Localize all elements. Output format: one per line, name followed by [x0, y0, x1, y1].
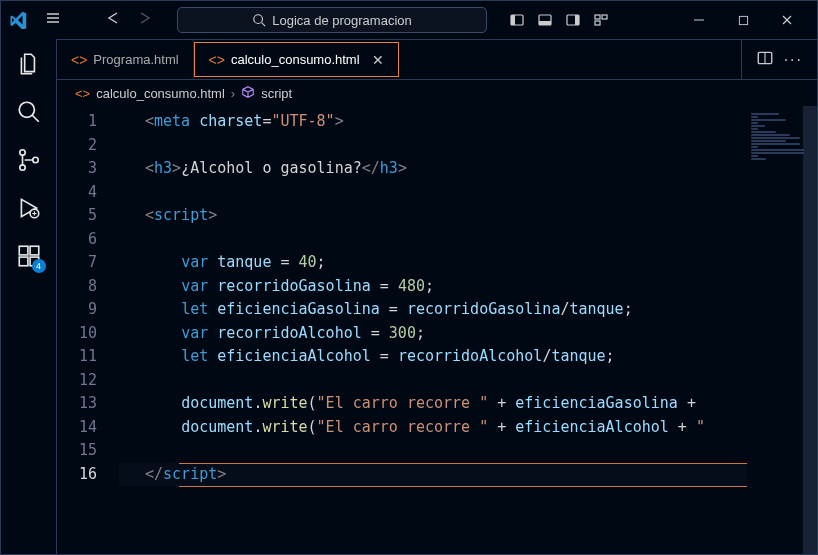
extensions-badge: 4: [32, 259, 46, 273]
svg-point-0: [254, 15, 263, 24]
nav-forward-icon[interactable]: [131, 8, 159, 33]
svg-rect-6: [575, 15, 579, 25]
code-line[interactable]: [119, 228, 817, 252]
line-number: 4: [57, 181, 97, 205]
breadcrumb[interactable]: <> calculo_consumo.html › script: [57, 80, 817, 106]
toggle-panel-right-icon[interactable]: [561, 8, 585, 32]
breadcrumb-file: calculo_consumo.html: [96, 86, 225, 101]
line-number: 7: [57, 251, 97, 275]
line-number: 1: [57, 110, 97, 134]
toggle-panel-left-icon[interactable]: [505, 8, 529, 32]
line-number: 3: [57, 157, 97, 181]
code-line[interactable]: </script>: [119, 463, 817, 487]
line-number: 9: [57, 298, 97, 322]
breadcrumb-symbol: script: [261, 86, 292, 101]
line-number: 6: [57, 228, 97, 252]
code-line[interactable]: let eficienciaGasolina = recorridoGasoli…: [119, 298, 817, 322]
vscode-logo-icon: [9, 11, 27, 29]
line-number: 16: [57, 463, 97, 487]
window-close-icon[interactable]: [765, 5, 809, 35]
code-line[interactable]: [119, 439, 817, 463]
chevron-right-icon: ›: [231, 86, 235, 101]
tab-label: calculo_consumo.html: [231, 52, 360, 67]
code-content[interactable]: <meta charset="UTF-8"> <h3>¿Alcohol o ga…: [115, 106, 817, 554]
line-number: 10: [57, 322, 97, 346]
symbol-icon: [241, 85, 255, 102]
line-number: 11: [57, 345, 97, 369]
tab-label: Programa.html: [93, 52, 178, 67]
line-number: 13: [57, 392, 97, 416]
activity-search-icon[interactable]: [14, 97, 44, 127]
line-number: 14: [57, 416, 97, 440]
svg-rect-17: [19, 257, 28, 266]
code-line[interactable]: <h3>¿Alcohol o gasolina?</h3>: [119, 157, 817, 181]
svg-rect-2: [511, 15, 515, 25]
line-number: 15: [57, 439, 97, 463]
explorer-icon[interactable]: [14, 49, 44, 79]
code-line[interactable]: <meta charset="UTF-8">: [119, 110, 817, 134]
run-debug-icon[interactable]: [14, 193, 44, 223]
vertical-scrollbar[interactable]: [803, 106, 817, 554]
svg-rect-4: [539, 21, 551, 25]
code-line[interactable]: let eficienciaAlcohol = recorridoAlcohol…: [119, 345, 817, 369]
search-icon: [252, 13, 266, 27]
activity-bar: 4: [1, 39, 57, 554]
svg-rect-9: [595, 21, 600, 25]
code-line[interactable]: [119, 369, 817, 393]
line-number: 8: [57, 275, 97, 299]
editor-tab[interactable]: <>calculo_consumo.html✕: [194, 42, 399, 77]
svg-rect-8: [602, 15, 607, 19]
window-maximize-icon[interactable]: [721, 5, 765, 35]
code-line[interactable]: [119, 181, 817, 205]
more-actions-icon[interactable]: ···: [784, 51, 803, 69]
window-minimize-icon[interactable]: [677, 5, 721, 35]
command-center-search[interactable]: Logica de programacion: [177, 7, 487, 33]
titlebar: Logica de programacion: [1, 1, 817, 39]
nav-back-icon[interactable]: [99, 8, 127, 33]
editor-area: <>Programa.html<>calculo_consumo.html✕ ·…: [57, 39, 817, 554]
split-editor-icon[interactable]: [756, 49, 774, 70]
svg-point-12: [19, 150, 24, 155]
tab-bar: <>Programa.html<>calculo_consumo.html✕ ·…: [57, 40, 817, 80]
close-icon[interactable]: ✕: [372, 52, 384, 68]
code-line[interactable]: var tanque = 40;: [119, 251, 817, 275]
line-number-gutter: 12345678910111213141516: [57, 106, 115, 554]
code-line[interactable]: document.write("El carro recorre " + efi…: [119, 392, 817, 416]
customize-layout-icon[interactable]: [589, 8, 613, 32]
svg-point-11: [19, 102, 34, 117]
html-file-icon: <>: [71, 52, 87, 68]
search-text: Logica de programacion: [272, 13, 411, 28]
code-line[interactable]: [119, 134, 817, 158]
extensions-icon[interactable]: 4: [14, 241, 44, 271]
source-control-icon[interactable]: [14, 145, 44, 175]
svg-rect-10: [739, 16, 747, 24]
html-file-icon: <>: [209, 52, 225, 68]
html-file-icon: <>: [75, 86, 90, 101]
line-number: 12: [57, 369, 97, 393]
svg-rect-19: [30, 246, 39, 255]
hamburger-menu-icon[interactable]: [35, 6, 71, 35]
svg-rect-16: [19, 246, 28, 255]
editor-tab[interactable]: <>Programa.html: [57, 40, 194, 79]
svg-point-13: [19, 165, 24, 170]
toggle-panel-bottom-icon[interactable]: [533, 8, 557, 32]
line-number: 2: [57, 134, 97, 158]
code-line[interactable]: var recorridoGasolina = 480;: [119, 275, 817, 299]
line-number: 5: [57, 204, 97, 228]
code-line[interactable]: document.write("El carro recorre " + efi…: [119, 416, 817, 440]
code-line[interactable]: <script>: [119, 204, 817, 228]
code-line[interactable]: var recorridoAlcohol = 300;: [119, 322, 817, 346]
code-editor[interactable]: 12345678910111213141516 <meta charset="U…: [57, 106, 817, 554]
svg-rect-7: [595, 15, 600, 19]
svg-point-14: [32, 157, 37, 162]
